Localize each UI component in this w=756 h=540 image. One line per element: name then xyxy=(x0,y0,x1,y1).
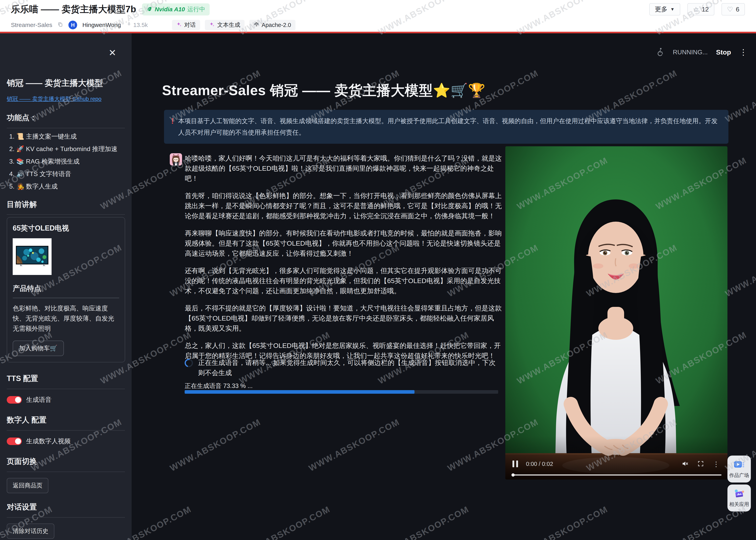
gallery-icon xyxy=(733,460,745,471)
back-to-product-button[interactable]: 返回商品页 xyxy=(7,478,48,493)
gpu-status-badge: Nvidia A10 运行中 xyxy=(142,3,210,16)
chevron-down-icon: ▼ xyxy=(670,7,675,12)
run-status-bar: RUNNING... Stop ⋮ xyxy=(655,47,747,57)
generate-speech-toggle[interactable] xyxy=(7,396,22,404)
chat-paragraph: 再来聊聊【响应速度快】的部分。有时候我们在看动作电影或者打电竞的时候，最怕的就是… xyxy=(185,228,503,258)
copy-icon[interactable] xyxy=(57,22,63,28)
pause-icon[interactable] xyxy=(513,461,518,467)
author-avatar[interactable]: H xyxy=(69,21,77,29)
mute-icon[interactable] xyxy=(681,460,688,468)
leaf-icon xyxy=(146,6,152,13)
header: 乐乐喵 —— 卖货主播大模型7b Nvidia A10 运行中 更多 ▼ ☆ 1… xyxy=(0,0,756,32)
tag-label: 文本生成 xyxy=(217,21,240,29)
close-icon[interactable]: ✕ xyxy=(108,48,116,57)
related-apps-icon xyxy=(733,489,745,499)
loading-spinner xyxy=(183,357,194,368)
gallery-float-button[interactable]: 作品广场 xyxy=(727,456,751,482)
app-title: Streamer-Sales 销冠 —— 卖货主播大模型⭐🛒🏆 xyxy=(162,81,486,100)
heart-icon: ♡ xyxy=(727,5,733,13)
product-description: 色彩鲜艳、对比度极高、响应速度快、无背光眩光、厚度较薄、自发光无需额外照明 xyxy=(13,303,119,334)
gallery-label: 作品广场 xyxy=(729,472,749,478)
feature-list: 📜 主播文案一键生成 🚀 KV cache + Turbomind 推理加速 📚… xyxy=(7,132,125,191)
tag-pills: 对话 文本生成 Apache-2.0 xyxy=(172,20,295,30)
tts-toggle-label: 生成语音 xyxy=(26,395,52,404)
star-icon: ☆ xyxy=(693,5,699,13)
progress-bar xyxy=(185,390,498,394)
gpu-name: Nvidia A10 xyxy=(155,6,185,13)
related-apps-float-button[interactable]: 相关应用 xyxy=(727,484,751,511)
avatar xyxy=(170,153,182,166)
features-heading: 功能点： xyxy=(7,113,125,123)
video-progress-track[interactable] xyxy=(512,474,721,475)
tts-toggle-row: 生成语音 xyxy=(7,395,125,404)
digital-human-frame xyxy=(505,146,727,479)
digital-human-toggle-row: 生成数字人视频 xyxy=(7,437,125,446)
accessibility-icon[interactable] xyxy=(655,47,665,57)
tag-label: Apache-2.0 xyxy=(261,22,291,28)
feature-item: 🧑‍🎤 数字人生成 xyxy=(16,182,125,191)
tts-generating-row: 正在生成语音，请稍等... 如果觉得生成时间太久，可以将侧边栏的【生成语音】按钮… xyxy=(185,358,502,378)
star-button[interactable]: ☆ 12 xyxy=(687,3,714,16)
product-name: 65英寸OLED电视 xyxy=(13,223,119,233)
tag-label: 对话 xyxy=(184,21,196,29)
disclaimer-text: 本项目基于人工智能的文字、语音、视频生成领域搭建的卖货主播大模型。用户被授予使用… xyxy=(178,115,721,138)
chat-text: 哈喽哈喽，家人们好啊！今天咱们这儿可是有大大的福利等着大家哦。你们猜到是什么了吗… xyxy=(185,153,503,368)
digital-human-video[interactable]: 0:00 / 0:02 ⋮ xyxy=(505,146,727,479)
feature-item: 📜 主播文案一键生成 xyxy=(16,132,125,141)
repo-name: Streamer-Sales xyxy=(11,22,52,28)
divider xyxy=(7,214,125,215)
digital-human-config-heading: 数字人 配置 xyxy=(7,415,125,425)
sidebar-title: 销冠 —— 卖货主播大模型 xyxy=(7,78,125,88)
tag-license[interactable]: Apache-2.0 xyxy=(249,20,295,30)
video-time: 0:00 / 0:02 xyxy=(526,461,553,467)
feature-item: 🚀 KV cache + Turbomind 推理加速 xyxy=(16,145,125,153)
header-actions: 更多 ▼ ☆ 12 ♡ 6 xyxy=(649,3,745,16)
divider xyxy=(7,517,125,518)
views-count: 13.5k xyxy=(133,22,148,28)
progress-fill xyxy=(185,390,414,394)
chat-paragraph: 还有啊，说到【无背光眩光】，很多家人们可能觉得这是小问题，但其实它在提升观影体验… xyxy=(185,266,503,296)
divider xyxy=(7,472,125,472)
tag-text-generation[interactable]: 文本生成 xyxy=(205,20,244,30)
more-label: 更多 xyxy=(655,5,668,14)
divider xyxy=(7,128,125,128)
star-count: 12 xyxy=(702,6,709,13)
kebab-menu-icon[interactable]: ⋮ xyxy=(739,48,747,56)
disclaimer-banner: ! 本项目基于人工智能的文字、语音、视频生成领域搭建的卖货主播大模型。用户被授予… xyxy=(164,110,728,144)
page-title: 乐乐喵 —— 卖货主播大模型7b xyxy=(11,3,136,16)
scales-icon xyxy=(254,22,259,29)
clear-history-button[interactable]: 清除对话历史 xyxy=(7,524,54,539)
tts-config-heading: TTS 配置 xyxy=(7,373,125,384)
dh-toggle-label: 生成数字人视频 xyxy=(26,437,71,446)
related-apps-label: 相关应用 xyxy=(729,501,749,507)
video-controls-right: ⋮ xyxy=(681,460,719,468)
chat-paragraph: 哈喽哈喽，家人们好啊！今天咱们这儿可是有大大的福利等着大家哦。你们猜到是什么了吗… xyxy=(185,153,503,184)
feature-item: 🔊 TTS 文字转语音 xyxy=(16,170,125,178)
video-progress-handle[interactable] xyxy=(512,473,515,476)
generate-digital-human-toggle[interactable] xyxy=(7,438,22,445)
author-name[interactable]: HingwenWong xyxy=(82,22,121,28)
header-accent-line xyxy=(0,32,756,33)
divider xyxy=(7,389,125,389)
product-features-heading: 产品特点 xyxy=(13,284,119,293)
header-meta-row: Streamer-Sales H HingwenWong 13.5k 对话 xyxy=(11,20,295,30)
add-to-cart-button[interactable]: 加入购物车🛒 xyxy=(13,340,64,356)
video-controls-left: 0:00 / 0:02 xyxy=(513,461,553,467)
tag-dialog[interactable]: 对话 xyxy=(172,20,200,30)
video-kebab-icon[interactable]: ⋮ xyxy=(713,461,719,468)
divider xyxy=(7,430,125,431)
flame-icon xyxy=(126,22,132,29)
fullscreen-icon[interactable] xyxy=(697,460,704,468)
chat-message: 哈喽哈喽，家人们好啊！今天咱们这儿可是有大大的福利等着大家哦。你们猜到是什么了吗… xyxy=(170,153,505,368)
gpu-run-status: 运行中 xyxy=(187,5,205,14)
product-card: 65英寸OLED电视 xyxy=(7,217,125,362)
main-content: RUNNING... Stop ⋮ Streamer-Sales 销冠 —— 卖… xyxy=(132,33,756,540)
more-button[interactable]: 更多 ▼ xyxy=(649,3,680,16)
progress-label: 正在生成语音 73.33 % ... xyxy=(185,382,253,390)
header-title-row: 乐乐喵 —— 卖货主播大模型7b Nvidia A10 运行中 xyxy=(11,3,210,16)
stop-button[interactable]: Stop xyxy=(716,48,731,56)
like-button[interactable]: ♡ 6 xyxy=(721,3,745,16)
github-repo-link[interactable]: 销冠 —— 卖货主播大模型 Github repo xyxy=(7,95,101,103)
sparkle-icon xyxy=(176,22,182,29)
app-frame: ✕ 销冠 —— 卖货主播大模型 销冠 —— 卖货主播大模型 Github rep… xyxy=(0,33,756,540)
